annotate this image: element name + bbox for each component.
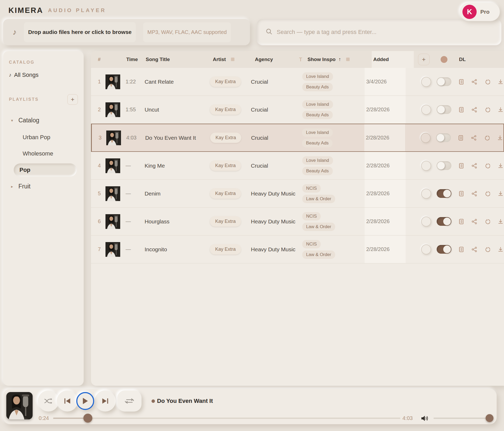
show-inspo-tag[interactable]: NCIS bbox=[302, 212, 321, 220]
show-inspo-tag[interactable]: Law & Order bbox=[302, 195, 335, 203]
seek-handle[interactable] bbox=[83, 414, 92, 423]
sidebar-item-wholesome[interactable]: Wholesome bbox=[23, 147, 78, 160]
avatar[interactable]: K bbox=[462, 5, 477, 19]
shuffle-button[interactable] bbox=[38, 390, 59, 412]
select-circle-button[interactable] bbox=[421, 77, 431, 87]
undo-icon[interactable] bbox=[483, 135, 490, 141]
dl-toggle[interactable] bbox=[437, 161, 451, 170]
sidebar-item-urban-pop[interactable]: Urban Pop bbox=[23, 131, 78, 144]
select-circle-button[interactable] bbox=[421, 161, 431, 171]
download-icon[interactable] bbox=[497, 219, 504, 224]
sidebar-item-all-songs[interactable]: ♪ All Songs bbox=[9, 72, 78, 78]
undo-icon[interactable] bbox=[484, 191, 491, 196]
grid-icon[interactable] bbox=[231, 58, 234, 61]
share-icon[interactable] bbox=[471, 163, 478, 169]
download-icon[interactable] bbox=[497, 247, 504, 252]
volume-icon[interactable] bbox=[421, 415, 429, 423]
next-button[interactable] bbox=[95, 390, 116, 412]
select-circle-button[interactable] bbox=[421, 133, 431, 143]
dl-toggle[interactable] bbox=[437, 245, 451, 254]
chevron-right-icon[interactable]: ▸ bbox=[11, 184, 15, 189]
show-inspo-tag[interactable]: Love Island bbox=[302, 156, 333, 165]
dl-toggle[interactable] bbox=[437, 105, 451, 114]
grid-icon[interactable] bbox=[346, 58, 350, 61]
show-inspo-tag[interactable]: NCIS bbox=[302, 240, 321, 248]
dl-toggle[interactable] bbox=[437, 217, 451, 226]
download-icon[interactable] bbox=[497, 135, 503, 141]
previous-button[interactable] bbox=[57, 390, 78, 412]
table-row[interactable]: 5 — Denim Kay Extra Heavy Duty Music NCI… bbox=[91, 180, 504, 208]
share-icon[interactable] bbox=[471, 247, 478, 252]
artist-chip[interactable]: Kay Extra bbox=[210, 133, 241, 143]
undo-icon[interactable] bbox=[484, 219, 491, 224]
show-inspo-tag[interactable]: Beauty Ads bbox=[302, 111, 333, 119]
col-added[interactable]: Added bbox=[372, 51, 414, 68]
undo-icon[interactable] bbox=[484, 107, 491, 112]
dl-toggle[interactable] bbox=[436, 133, 451, 142]
col-artist[interactable]: Artist bbox=[211, 57, 253, 62]
undo-icon[interactable] bbox=[484, 163, 491, 168]
share-icon[interactable] bbox=[471, 107, 478, 113]
notes-icon[interactable] bbox=[458, 191, 465, 197]
download-icon[interactable] bbox=[497, 79, 504, 85]
show-inspo-tag[interactable]: Law & Order bbox=[302, 223, 335, 231]
notes-icon[interactable] bbox=[458, 247, 465, 252]
sidebar-item-pop[interactable]: Pop bbox=[14, 163, 77, 177]
col-show-inspo[interactable]: Show Inspo ↑ bbox=[306, 57, 372, 62]
table-row[interactable]: 4 — King Me Kay Extra Crucial Love Islan… bbox=[91, 152, 504, 180]
download-icon[interactable] bbox=[497, 163, 504, 169]
notes-icon[interactable] bbox=[457, 135, 464, 141]
table-row[interactable]: 1 1:22 Cant Relate Kay Extra Crucial Lov… bbox=[91, 68, 504, 96]
play-button[interactable] bbox=[76, 392, 94, 410]
file-dropzone[interactable]: ♪ Drop audio files here or click to brow… bbox=[3, 19, 250, 45]
select-circle-button[interactable] bbox=[421, 189, 431, 199]
dl-toggle[interactable] bbox=[437, 189, 451, 198]
add-column-button[interactable]: + bbox=[418, 54, 430, 65]
search-bar[interactable] bbox=[257, 19, 501, 45]
seek-bar[interactable] bbox=[53, 418, 400, 419]
account-pill[interactable]: K Pro bbox=[460, 3, 500, 21]
col-song-title[interactable]: Song Title bbox=[144, 57, 211, 62]
share-icon[interactable] bbox=[471, 79, 478, 85]
select-circle-button[interactable] bbox=[421, 105, 431, 115]
sort-ascending-icon[interactable]: ↑ bbox=[339, 57, 341, 62]
col-number[interactable]: # bbox=[91, 57, 104, 62]
sidebar-item-catalog[interactable]: ▾ Catalog bbox=[9, 114, 78, 127]
col-time[interactable]: Time bbox=[125, 57, 144, 62]
artist-chip[interactable]: Kay Extra bbox=[210, 104, 241, 115]
show-inspo-tag[interactable]: Beauty Ads bbox=[302, 83, 333, 91]
col-agency[interactable]: Agency T bbox=[253, 57, 306, 63]
table-row[interactable]: 2 1:55 Uncut Kay Extra Crucial Love Isla… bbox=[91, 96, 504, 124]
sidebar-item-fruit[interactable]: ▸ Fruit bbox=[9, 180, 78, 193]
show-inspo-tag[interactable]: Beauty Ads bbox=[302, 139, 332, 147]
share-icon[interactable] bbox=[471, 219, 478, 224]
undo-icon[interactable] bbox=[484, 79, 491, 84]
show-inspo-tag[interactable]: Love Island bbox=[302, 128, 333, 137]
notes-icon[interactable] bbox=[458, 163, 465, 169]
table-row[interactable]: 7 — Incognito Kay Extra Heavy Duty Music… bbox=[91, 235, 504, 263]
show-inspo-tag[interactable]: NCIS bbox=[302, 184, 321, 193]
repeat-button[interactable] bbox=[117, 390, 142, 412]
artist-chip[interactable]: Kay Extra bbox=[210, 244, 241, 254]
show-inspo-tag[interactable]: Love Island bbox=[302, 100, 333, 109]
show-inspo-tag[interactable]: Love Island bbox=[302, 72, 333, 81]
artist-chip[interactable]: Kay Extra bbox=[210, 216, 241, 227]
select-circle-button[interactable] bbox=[421, 217, 431, 227]
notes-icon[interactable] bbox=[458, 79, 465, 85]
notes-icon[interactable] bbox=[458, 107, 465, 113]
download-icon[interactable] bbox=[497, 107, 504, 113]
add-playlist-button[interactable]: + bbox=[67, 94, 78, 105]
select-circle-button[interactable] bbox=[421, 244, 431, 254]
undo-icon[interactable] bbox=[484, 247, 491, 252]
share-icon[interactable] bbox=[471, 191, 478, 197]
volume-slider[interactable] bbox=[434, 418, 492, 419]
table-row[interactable]: 6 — Hourglass Kay Extra Heavy Duty Music… bbox=[91, 208, 504, 235]
show-inspo-tag[interactable]: Beauty Ads bbox=[302, 167, 333, 175]
share-icon[interactable] bbox=[470, 135, 477, 141]
download-icon[interactable] bbox=[497, 191, 504, 197]
color-dot-icon[interactable] bbox=[441, 56, 447, 63]
artist-chip[interactable]: Kay Extra bbox=[210, 188, 241, 199]
show-inspo-tag[interactable]: Law & Order bbox=[302, 250, 335, 259]
text-filter-icon[interactable]: T bbox=[299, 57, 302, 63]
volume-handle[interactable] bbox=[486, 414, 493, 422]
